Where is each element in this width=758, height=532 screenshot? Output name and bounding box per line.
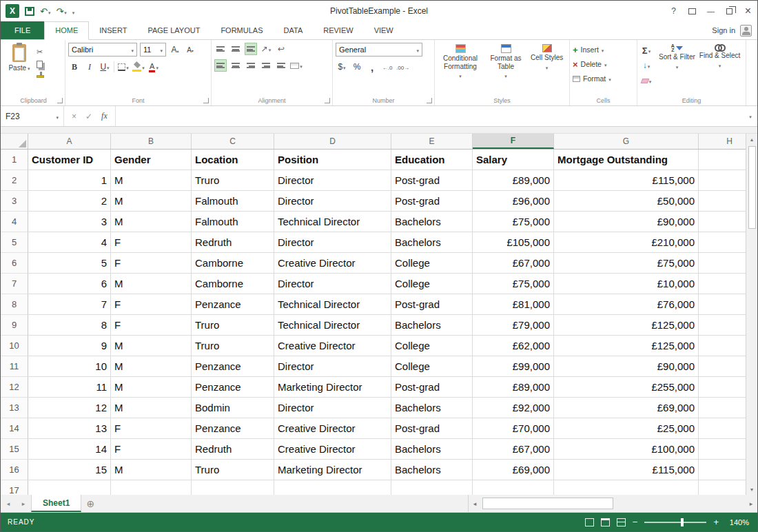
cell-C7[interactable]: Camborne bbox=[192, 274, 274, 294]
row-header-16[interactable]: 16 bbox=[1, 460, 28, 480]
ribbon-tab-file[interactable]: FILE bbox=[1, 21, 44, 39]
merge-center-icon[interactable] bbox=[290, 59, 303, 72]
zoom-slider-thumb[interactable] bbox=[681, 518, 684, 526]
cell-D5[interactable]: Director bbox=[274, 232, 391, 253]
cell-D8[interactable]: Technical Director bbox=[274, 294, 391, 315]
cell-F7[interactable]: £75,000 bbox=[473, 274, 554, 294]
cell-A5[interactable]: 4 bbox=[28, 232, 111, 253]
valign-top-icon[interactable] bbox=[214, 43, 227, 55]
confirm-entry-icon[interactable] bbox=[85, 112, 92, 121]
column-header-a[interactable]: A bbox=[28, 134, 111, 149]
cell-G14[interactable]: £25,000 bbox=[554, 418, 699, 439]
clear-button[interactable] bbox=[640, 74, 653, 87]
conditional-formatting-button[interactable]: Conditional Formatting bbox=[438, 43, 483, 96]
cell-H10[interactable] bbox=[699, 336, 746, 356]
row-header-8[interactable]: 8 bbox=[1, 294, 28, 315]
cell-B10[interactable]: M bbox=[111, 336, 192, 356]
delete-cells-button[interactable]: Delete bbox=[573, 57, 634, 71]
italic-button[interactable]: I bbox=[83, 61, 96, 73]
cell-C14[interactable]: Penzance bbox=[192, 418, 274, 439]
valign-middle-icon[interactable] bbox=[229, 43, 242, 55]
cell-E4[interactable]: Bachelors bbox=[391, 212, 473, 232]
cell-B3[interactable]: M bbox=[111, 191, 192, 212]
ribbon-tab-insert[interactable]: INSERT bbox=[89, 21, 137, 39]
cell-A11[interactable]: 10 bbox=[28, 356, 111, 377]
cell-D17[interactable] bbox=[274, 480, 391, 495]
redo-icon[interactable] bbox=[56, 7, 66, 16]
vscroll-thumb[interactable] bbox=[748, 146, 756, 229]
increase-decimal-icon[interactable] bbox=[381, 61, 393, 73]
font-color-icon[interactable] bbox=[147, 61, 160, 73]
cell-A16[interactable]: 15 bbox=[28, 460, 111, 480]
cell-F17[interactable] bbox=[473, 480, 554, 495]
cell-G1[interactable]: Mortgage Outstanding bbox=[554, 150, 699, 170]
scroll-up-icon[interactable] bbox=[746, 134, 757, 145]
ribbon-tab-view[interactable]: VIEW bbox=[364, 21, 404, 39]
cell-E6[interactable]: College bbox=[391, 253, 473, 274]
row-header-17[interactable]: 17 bbox=[1, 480, 28, 495]
cell-H3[interactable] bbox=[699, 191, 746, 212]
cell-A7[interactable]: 6 bbox=[28, 274, 111, 294]
copy-icon[interactable] bbox=[37, 61, 43, 68]
cell-B11[interactable]: M bbox=[111, 356, 192, 377]
font-name-select[interactable]: Calibri bbox=[68, 43, 137, 57]
cell-E9[interactable]: Bachelors bbox=[391, 315, 473, 336]
cell-E8[interactable]: Post-grad bbox=[391, 294, 473, 315]
excel-app-icon[interactable] bbox=[6, 4, 19, 18]
cell-H11[interactable] bbox=[699, 356, 746, 377]
cell-B17[interactable] bbox=[111, 480, 192, 495]
formula-input[interactable] bbox=[116, 106, 744, 126]
cell-B8[interactable]: F bbox=[111, 294, 192, 315]
name-box-caret-icon[interactable] bbox=[56, 112, 59, 121]
cell-F11[interactable]: £99,000 bbox=[473, 356, 554, 377]
sheet-tab-sheet1[interactable]: Sheet1 bbox=[31, 495, 81, 512]
sign-in-button[interactable]: Sign in bbox=[712, 21, 757, 39]
cell-C10[interactable]: Truro bbox=[192, 336, 274, 356]
normal-view-icon[interactable] bbox=[585, 518, 594, 526]
cell-D12[interactable]: Marketing Director bbox=[274, 377, 391, 398]
cell-F15[interactable]: £67,000 bbox=[473, 439, 554, 460]
scroll-down-icon[interactable] bbox=[746, 484, 757, 495]
row-header-2[interactable]: 2 bbox=[1, 170, 28, 191]
cell-E13[interactable]: Bachelors bbox=[391, 398, 473, 418]
sort-filter-button[interactable]: Sort & Filter bbox=[657, 43, 697, 96]
insert-cells-button[interactable]: Insert bbox=[573, 43, 634, 57]
expand-formula-bar-icon[interactable] bbox=[744, 106, 757, 126]
close-button[interactable] bbox=[739, 1, 757, 21]
cell-E10[interactable]: College bbox=[391, 336, 473, 356]
new-sheet-icon[interactable] bbox=[81, 495, 99, 512]
cell-A12[interactable]: 11 bbox=[28, 377, 111, 398]
zoom-level[interactable]: 140% bbox=[726, 518, 749, 526]
cell-F8[interactable]: £81,000 bbox=[473, 294, 554, 315]
accounting-format-icon[interactable]: $ bbox=[336, 61, 348, 73]
select-all-corner[interactable] bbox=[1, 134, 28, 149]
cell-F1[interactable]: Salary bbox=[473, 150, 554, 170]
cell-A13[interactable]: 12 bbox=[28, 398, 111, 418]
cell-F9[interactable]: £79,000 bbox=[473, 315, 554, 336]
cell-H8[interactable] bbox=[699, 294, 746, 315]
row-header-9[interactable]: 9 bbox=[1, 315, 28, 336]
sheet-nav-right-icon[interactable] bbox=[16, 495, 31, 512]
row-header-10[interactable]: 10 bbox=[1, 336, 28, 356]
cell-D7[interactable]: Director bbox=[274, 274, 391, 294]
cell-D11[interactable]: Director bbox=[274, 356, 391, 377]
cancel-entry-icon[interactable] bbox=[72, 112, 76, 121]
cell-A10[interactable]: 9 bbox=[28, 336, 111, 356]
cell-C3[interactable]: Falmouth bbox=[192, 191, 274, 212]
wrap-text-icon[interactable] bbox=[275, 43, 287, 55]
cell-A17[interactable] bbox=[28, 480, 111, 495]
cell-H13[interactable] bbox=[699, 398, 746, 418]
cell-H17[interactable] bbox=[699, 480, 746, 495]
cell-B12[interactable]: M bbox=[111, 377, 192, 398]
cell-C5[interactable]: Redruth bbox=[192, 232, 274, 253]
cell-A6[interactable]: 5 bbox=[28, 253, 111, 274]
cell-H4[interactable] bbox=[699, 212, 746, 232]
cell-D3[interactable]: Director bbox=[274, 191, 391, 212]
zoom-out-icon[interactable] bbox=[633, 518, 638, 526]
format-cells-button[interactable]: Format bbox=[573, 72, 634, 85]
ribbon-tab-home[interactable]: HOME bbox=[44, 21, 89, 40]
cell-G8[interactable]: £76,000 bbox=[554, 294, 699, 315]
column-header-e[interactable]: E bbox=[391, 134, 473, 149]
increase-indent-icon[interactable] bbox=[275, 59, 287, 72]
save-icon[interactable] bbox=[25, 7, 34, 16]
